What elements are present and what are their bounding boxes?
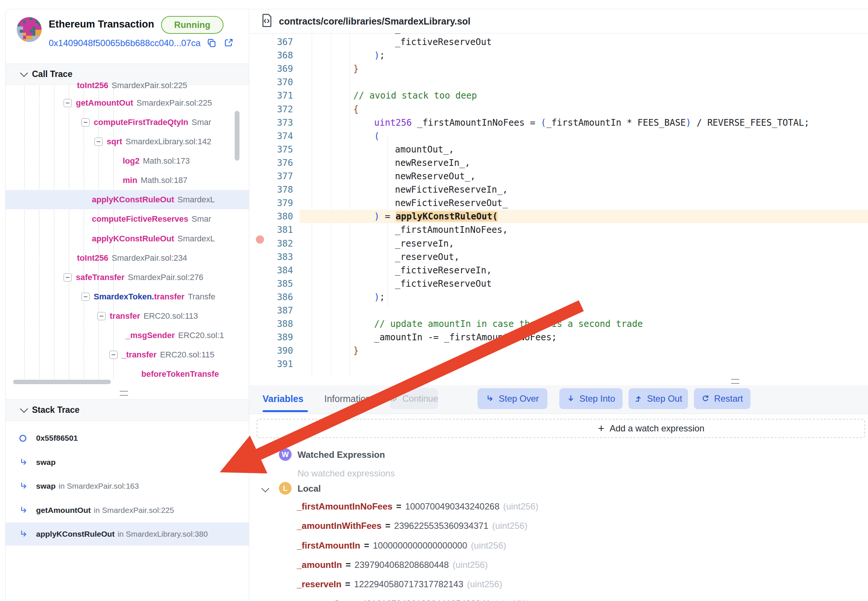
step-into-button[interactable]: Step Into — [559, 388, 622, 409]
collapse-toggle-icon[interactable] — [64, 99, 72, 107]
line-number[interactable]: 380 — [249, 211, 293, 222]
code-line[interactable]: 383_reserveOut, — [249, 250, 868, 264]
call-trace-row[interactable]: log2Math.sol:173 — [6, 151, 249, 171]
call-trace-row[interactable]: toInt256SmardexPair.sol:225 — [6, 76, 249, 95]
call-trace-row[interactable]: minMath.sol:187 — [6, 171, 249, 190]
code-line[interactable]: 391 — [249, 357, 868, 371]
stack-frame-row[interactable]: applyKConstRuleOutin SmardexLibrary.sol:… — [6, 523, 249, 546]
line-number[interactable]: 381 — [249, 225, 293, 235]
line-number[interactable]: 376 — [249, 158, 293, 168]
code-line[interactable]: 369} — [249, 62, 868, 75]
line-number[interactable]: 373 — [249, 117, 293, 128]
line-number[interactable]: 387 — [249, 305, 293, 316]
code-line[interactable]: 368); — [249, 49, 868, 62]
call-trace-row[interactable]: computeFirstTradeQtyInSmar — [6, 113, 249, 132]
call-trace-row[interactable]: sqrtSmardexLibrary.sol:142 — [6, 132, 249, 151]
code-line[interactable]: 378newFictiveReserveIn_, — [249, 183, 868, 196]
step-out-button[interactable]: Step Out — [628, 388, 688, 409]
local-variable-row[interactable]: _firstAmountIn=1000000000000000000(uint2… — [297, 540, 506, 551]
collapse-toggle-icon[interactable] — [98, 312, 105, 320]
call-trace-row[interactable]: toInt256SmardexPair.sol:234 — [6, 249, 249, 268]
line-number[interactable]: 377 — [249, 171, 293, 182]
line-number[interactable]: 370 — [249, 77, 293, 87]
local-variable-row[interactable]: _reserveIn=1222940580717317782143(uint25… — [297, 579, 502, 589]
call-trace-row[interactable]: computeFictiveReservesSmar — [6, 209, 249, 229]
code-line[interactable]: 390} — [249, 344, 868, 357]
code-line[interactable]: 389_amountIn -= _firstAmountInNoFees; — [249, 331, 868, 344]
collapse-toggle-icon[interactable] — [64, 273, 72, 282]
code-line[interactable]: 382_reserveIn, — [249, 237, 868, 250]
tab-variables[interactable]: Variables — [262, 385, 304, 412]
continue-button[interactable]: Continue — [390, 388, 438, 409]
equals-sign: = — [352, 599, 358, 601]
code-token: = — [379, 211, 395, 222]
line-number[interactable]: 369 — [249, 64, 293, 74]
local-variable-row[interactable]: _amountInWithFees=2396225535360934371(ui… — [297, 521, 527, 531]
local-variable-row[interactable]: _amountIn=2397904068208680448(uint256) — [297, 560, 488, 570]
code-line[interactable]: 381_firstAmountInNoFees, — [249, 223, 868, 236]
line-number[interactable]: 384 — [249, 265, 293, 276]
collapse-toggle-icon[interactable] — [81, 118, 90, 127]
line-number[interactable]: 386 — [249, 292, 293, 302]
line-number[interactable]: 374 — [249, 131, 293, 141]
code-line[interactable]: 370 — [249, 75, 868, 89]
code-line[interactable]: 386); — [249, 290, 868, 304]
code-line[interactable]: 388// update amountIn in case there is a… — [249, 317, 868, 331]
code-line[interactable]: 367_fictiveReserveOut — [249, 35, 868, 49]
panel-resize-handle[interactable] — [731, 379, 739, 384]
code-line[interactable]: 373uint256 _firstAmountInNoFees = (_firs… — [249, 116, 868, 130]
tab-information[interactable]: Information — [324, 385, 371, 412]
line-number[interactable]: 390 — [249, 346, 293, 356]
code-line[interactable]: 374( — [249, 130, 868, 143]
line-number[interactable]: 389 — [249, 332, 293, 343]
stack-frame-row[interactable]: swapin SmardexPair.sol:163 — [6, 474, 249, 497]
call-trace-row[interactable]: _msgSenderERC20.sol:1 — [6, 326, 249, 345]
call-trace-row[interactable]: SmardexToken.transferTransfe — [6, 287, 249, 307]
line-number[interactable]: 391 — [249, 359, 293, 369]
local-variable-row[interactable]: _reserveOut=49161678486188644195488841(u… — [297, 599, 529, 601]
collapse-toggle-icon[interactable] — [109, 351, 117, 359]
collapse-toggle-icon[interactable] — [81, 293, 90, 301]
local-variable-row[interactable]: _firstAmountInNoFees=1000700490343240268… — [297, 501, 538, 512]
line-number[interactable]: 372 — [249, 104, 293, 114]
call-trace-row[interactable]: applyKConstRuleOutSmardexL — [6, 190, 249, 209]
call-trace-row[interactable]: safeTransferSmardexPair.sol:276 — [6, 268, 249, 287]
line-number[interactable]: 367 — [249, 37, 293, 47]
source-location: SmardexPair.sol:234 — [111, 253, 187, 263]
step-into-icon — [567, 395, 575, 403]
step-over-button[interactable]: Step Over — [477, 388, 548, 409]
frame-location: in SmardexLibrary.sol:380 — [117, 529, 207, 538]
line-number[interactable]: 388 — [249, 319, 293, 329]
code-line[interactable]: 375amountOut_, — [249, 143, 868, 156]
line-number[interactable]: 379 — [249, 198, 293, 208]
line-number[interactable]: 366 — [249, 34, 293, 34]
restart-button[interactable]: Restart — [694, 388, 751, 409]
code-line[interactable]: 380) = applyKConstRuleOut( — [249, 210, 868, 223]
code-line[interactable]: 384_fictiveReserveIn, — [249, 264, 868, 277]
call-trace-row[interactable]: beforeTokenTransfe — [6, 365, 249, 384]
code-editor[interactable]: 366_fictiveReserveIn,367_fictiveReserveO… — [249, 34, 868, 376]
line-number[interactable]: 375 — [249, 144, 293, 155]
code-line[interactable]: 379newFictiveReserveOut_ — [249, 196, 868, 210]
stack-frame-row[interactable]: 0x55f86501 — [6, 427, 249, 450]
code-line[interactable]: 385_fictiveReserveOut — [249, 277, 868, 290]
line-number[interactable]: 378 — [249, 185, 293, 195]
code-line[interactable]: 377newReserveOut_, — [249, 169, 868, 183]
line-number[interactable]: 368 — [249, 50, 293, 61]
call-trace-row[interactable]: transferERC20.sol:113 — [6, 307, 249, 326]
call-trace-row[interactable]: _transferERC20.sol:115 — [6, 345, 249, 365]
line-number[interactable]: 385 — [249, 279, 293, 289]
code-line[interactable]: 371// avoid stack too deep — [249, 89, 868, 102]
code-line[interactable]: 387 — [249, 304, 868, 317]
enter-arrow-icon — [19, 458, 29, 467]
stack-frame-row[interactable]: getAmountOutin SmardexPair.sol:225 — [6, 499, 249, 522]
code-line[interactable]: 376newReserveIn_, — [249, 156, 868, 169]
line-number[interactable]: 383 — [249, 252, 293, 262]
line-number[interactable]: 371 — [249, 90, 293, 101]
stack-frame-row[interactable]: swap — [6, 451, 249, 474]
breakpoint-dot[interactable] — [256, 235, 264, 244]
call-trace-row[interactable]: applyKConstRuleOutSmardexL — [6, 229, 249, 249]
call-trace-row[interactable]: getAmountOutSmardexPair.sol:225 — [6, 93, 249, 113]
code-line[interactable]: 372{ — [249, 103, 868, 116]
collapse-toggle-icon[interactable] — [95, 137, 103, 146]
